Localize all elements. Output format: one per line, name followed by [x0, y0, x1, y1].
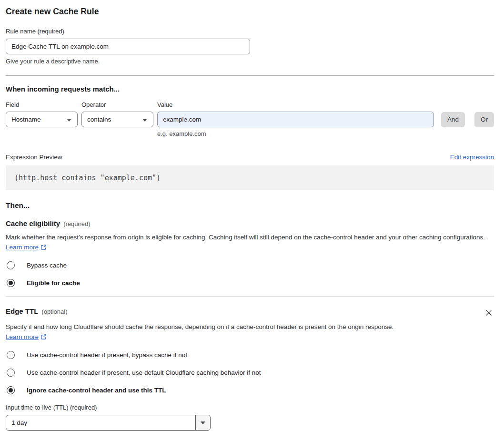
radio-label[interactable]: Use cache-control header if present, use… — [27, 369, 261, 376]
edge-ttl-options: Use cache-control header if present, byp… — [6, 351, 494, 394]
create-cache-rule-form: Create new Cache Rule Rule name (require… — [0, 0, 504, 431]
edge-ttl-description-text: Specify if and how long Cloudflare shoul… — [6, 323, 393, 330]
ttl-select-value: 1 day — [6, 415, 195, 430]
ttl-label: Input time-to-live (TTL) (required) — [6, 404, 494, 411]
chevron-down-icon — [201, 422, 205, 424]
cache-eligibility-title: Cache eligibility — [6, 219, 60, 227]
radio-selected-icon[interactable] — [7, 386, 15, 394]
field-select-value: Hostname — [11, 116, 41, 123]
page-title: Create new Cache Rule — [6, 7, 494, 17]
cache-eligibility-learn-more-link[interactable]: Learn more — [6, 244, 39, 251]
close-icon[interactable] — [484, 308, 494, 318]
radio-eligible-for-cache[interactable]: Eligible for cache — [6, 279, 494, 287]
expression-preview-row: Expression Preview Edit expression — [6, 154, 494, 161]
expression-code: (http.host contains "example.com") — [14, 174, 161, 182]
match-section-heading: When incoming requests match... — [6, 85, 494, 93]
chevron-down-icon — [67, 119, 71, 122]
radio-ignore-header-use-ttl[interactable]: Ignore cache-control header and use this… — [6, 386, 494, 394]
rule-name-input[interactable] — [6, 39, 250, 54]
section-divider — [6, 75, 494, 76]
expression-preview-label: Expression Preview — [6, 154, 62, 161]
edge-ttl-learn-more-link[interactable]: Learn more — [6, 333, 39, 340]
rule-name-label: Rule name (required) — [6, 28, 494, 35]
radio-icon[interactable] — [7, 369, 15, 377]
match-labels-row: Field Operator Value — [6, 101, 494, 108]
section-divider — [6, 297, 494, 297]
match-controls-row: Hostname contains And Or — [6, 112, 494, 127]
rule-name-help: Give your rule a descriptive name. — [6, 58, 494, 65]
radio-icon[interactable] — [7, 261, 15, 269]
edge-ttl-qualifier: (optional) — [41, 308, 67, 315]
operator-select-value: contains — [87, 116, 111, 123]
cache-eligibility-qualifier: (required) — [63, 220, 90, 227]
or-button[interactable]: Or — [474, 112, 494, 127]
radio-use-header-default[interactable]: Use cache-control header if present, use… — [6, 369, 494, 377]
radio-use-header-bypass[interactable]: Use cache-control header if present, byp… — [6, 351, 494, 359]
radio-selected-icon[interactable] — [7, 279, 15, 287]
edge-ttl-description: Specify if and how long Cloudflare shoul… — [6, 322, 406, 343]
external-link-icon — [40, 243, 47, 253]
value-hint: e.g. example.com — [6, 130, 494, 137]
edge-ttl-title: Edge TTL — [6, 307, 38, 315]
and-button[interactable]: And — [441, 112, 465, 127]
edge-ttl-heading: Edge TTL (optional) — [6, 307, 68, 315]
value-label: Value — [157, 101, 494, 108]
chevron-down-icon — [142, 119, 147, 122]
cache-eligibility-options: Bypass cache Eligible for cache — [6, 261, 494, 287]
operator-label: Operator — [81, 101, 157, 108]
then-heading: Then... — [6, 201, 494, 210]
operator-select[interactable]: contains — [81, 112, 153, 127]
edge-ttl-header: Edge TTL (optional) — [6, 307, 494, 318]
radio-label[interactable]: Ignore cache-control header and use this… — [27, 387, 166, 394]
cache-eligibility-description-text: Mark whether the request’s response from… — [6, 234, 485, 241]
edit-expression-link[interactable]: Edit expression — [450, 154, 494, 161]
ttl-select[interactable]: 1 day — [6, 415, 211, 431]
ttl-select-arrow-button[interactable] — [195, 415, 210, 430]
radio-icon[interactable] — [7, 351, 15, 359]
radio-bypass-cache[interactable]: Bypass cache — [6, 261, 494, 269]
cache-eligibility-description: Mark whether the request’s response from… — [6, 232, 494, 253]
expression-code-block: (http.host contains "example.com") — [6, 165, 494, 190]
value-input[interactable] — [157, 112, 434, 127]
radio-label[interactable]: Eligible for cache — [27, 279, 80, 287]
radio-label[interactable]: Bypass cache — [27, 262, 67, 269]
field-label: Field — [6, 101, 81, 108]
field-select[interactable]: Hostname — [6, 112, 78, 127]
external-link-icon — [40, 333, 47, 343]
radio-label[interactable]: Use cache-control header if present, byp… — [27, 351, 187, 359]
cache-eligibility-heading: Cache eligibility (required) — [6, 219, 494, 227]
